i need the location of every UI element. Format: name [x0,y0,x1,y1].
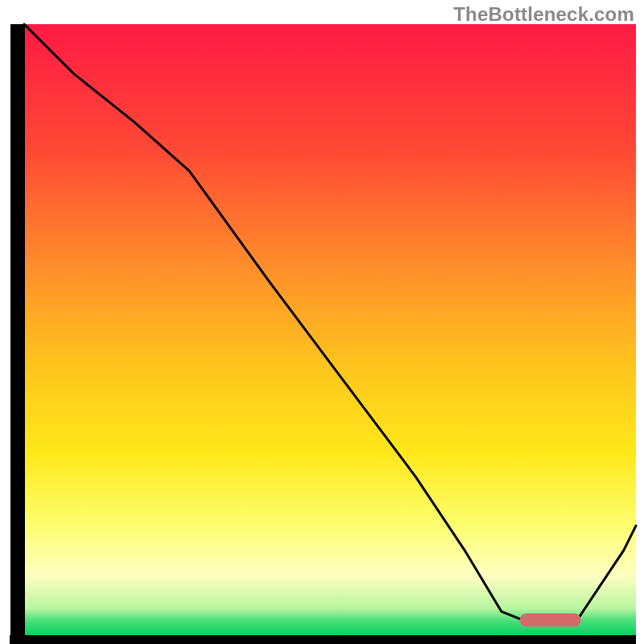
chart-container: TheBottleneck.com [0,0,644,644]
watermark-text: TheBottleneck.com [453,3,634,26]
bottleneck-chart [0,0,644,644]
plot-background [24,24,636,636]
optimal-marker [520,613,581,627]
